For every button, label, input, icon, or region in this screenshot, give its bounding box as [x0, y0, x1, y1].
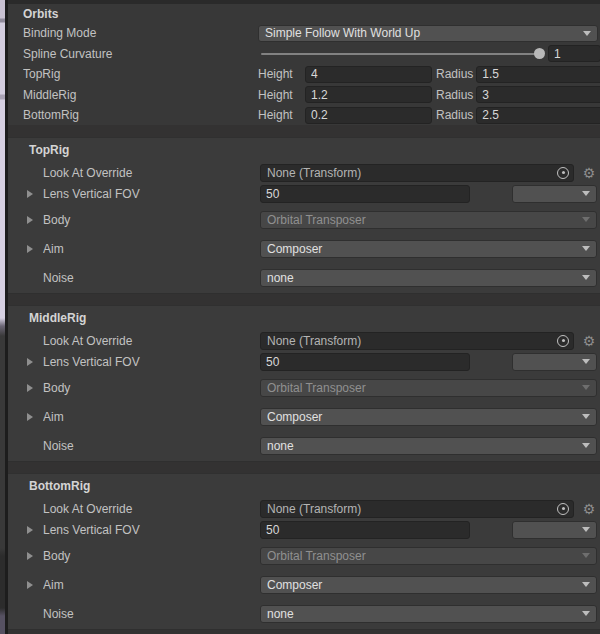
spline-curvature-row: Spline Curvature — [23, 43, 600, 64]
radius-label: Radius — [436, 67, 473, 81]
foldout-triangle-icon[interactable] — [27, 245, 33, 253]
chevron-down-icon — [582, 217, 590, 222]
height-label: Height — [258, 67, 305, 81]
aim-row: Aim Composer — [8, 575, 600, 594]
body-label: Body — [43, 213, 260, 227]
body-label: Body — [43, 549, 260, 563]
aim-label: Aim — [43, 242, 260, 256]
rig-name-label: TopRig — [23, 67, 258, 81]
object-picker-icon[interactable] — [557, 167, 569, 179]
look-at-object-field[interactable]: None (Transform) — [260, 500, 574, 518]
slider-knob[interactable] — [534, 48, 545, 59]
noise-dropdown[interactable]: none — [260, 437, 597, 455]
rig-section-header: BottomRig — [8, 479, 600, 494]
foldout-triangle-icon[interactable] — [27, 581, 33, 589]
chevron-down-icon — [582, 443, 590, 448]
rig-summary-row: MiddleRig Height Radius — [23, 84, 600, 105]
spline-curvature-input[interactable] — [548, 45, 600, 62]
foldout-triangle-icon[interactable] — [27, 384, 33, 392]
radius-input[interactable] — [476, 66, 600, 83]
foldout-triangle-icon[interactable] — [27, 190, 33, 198]
rig-summary-row: TopRig Height Radius — [23, 64, 600, 84]
height-input[interactable] — [305, 66, 432, 83]
chevron-down-icon — [582, 359, 590, 364]
aim-value: Composer — [267, 242, 576, 256]
look-at-override-label: Look At Override — [43, 166, 260, 180]
aim-dropdown[interactable]: Composer — [260, 240, 597, 258]
rig-name-label: BottomRig — [23, 108, 258, 122]
body-value: Orbital Transposer — [267, 549, 576, 563]
radius-label: Radius — [436, 88, 473, 102]
aim-value: Composer — [267, 410, 576, 424]
binding-mode-row: Binding Mode Simple Follow With World Up — [23, 23, 600, 43]
section-gap — [8, 294, 600, 305]
binding-mode-label: Binding Mode — [23, 26, 258, 40]
aim-value: Composer — [267, 578, 576, 592]
foldout-triangle-icon[interactable] — [27, 413, 33, 421]
spline-curvature-label: Spline Curvature — [23, 47, 258, 61]
foldout-triangle-icon[interactable] — [27, 526, 33, 534]
section-gap — [8, 630, 600, 634]
rig-name-label: MiddleRig — [23, 88, 258, 102]
lens-fov-input[interactable] — [260, 185, 470, 203]
lens-fov-label: Lens Vertical FOV — [43, 523, 260, 537]
lens-preset-dropdown[interactable] — [512, 353, 597, 371]
lens-fov-input[interactable] — [260, 521, 470, 539]
presets-gear-icon[interactable]: ⚙ — [581, 164, 597, 182]
lens-preset-dropdown[interactable] — [512, 521, 597, 539]
aim-dropdown[interactable]: Composer — [260, 576, 597, 594]
lens-fov-row: Lens Vertical FOV — [8, 352, 600, 371]
height-label: Height — [258, 88, 305, 102]
background-window-sliver — [0, 0, 8, 634]
chevron-down-icon — [582, 611, 590, 616]
aim-dropdown[interactable]: Composer — [260, 408, 597, 426]
height-input[interactable] — [305, 107, 432, 124]
rig-section-toprig: TopRig Look At Override None (Transform)… — [8, 137, 600, 294]
chevron-down-icon — [582, 246, 590, 251]
aim-label: Aim — [43, 410, 260, 424]
object-picker-icon[interactable] — [557, 503, 569, 515]
unity-inspector-screenshot: Orbits Binding Mode Simple Follow With W… — [0, 0, 600, 634]
noise-value: none — [267, 271, 576, 285]
radius-input[interactable] — [476, 86, 600, 103]
spline-curvature-slider[interactable] — [258, 45, 548, 62]
look-at-override-row: Look At Override None (Transform) ⚙ — [8, 163, 600, 182]
chevron-down-icon — [582, 527, 590, 532]
height-input[interactable] — [305, 86, 432, 103]
lens-fov-row: Lens Vertical FOV — [8, 184, 600, 203]
lens-fov-input[interactable] — [260, 353, 470, 371]
noise-dropdown[interactable]: none — [260, 605, 597, 623]
slider-track — [261, 53, 539, 55]
presets-gear-icon[interactable]: ⚙ — [581, 500, 597, 518]
foldout-triangle-icon[interactable] — [27, 216, 33, 224]
noise-dropdown[interactable]: none — [260, 269, 597, 287]
lens-fov-label: Lens Vertical FOV — [43, 187, 260, 201]
chevron-down-icon — [582, 414, 590, 419]
foldout-triangle-icon[interactable] — [27, 552, 33, 560]
presets-gear-icon[interactable]: ⚙ — [581, 332, 597, 350]
look-at-override-label: Look At Override — [43, 502, 260, 516]
aim-label: Aim — [43, 578, 260, 592]
radius-input[interactable] — [476, 107, 600, 124]
lens-preset-dropdown[interactable] — [512, 185, 597, 203]
inspector-panel: Orbits Binding Mode Simple Follow With W… — [8, 0, 600, 634]
look-at-object-field[interactable]: None (Transform) — [260, 164, 574, 182]
object-field-value: None (Transform) — [267, 502, 361, 516]
object-field-value: None (Transform) — [267, 166, 361, 180]
chevron-down-icon — [583, 31, 591, 36]
body-value: Orbital Transposer — [267, 213, 576, 227]
noise-label: Noise — [43, 439, 260, 453]
look-at-object-field[interactable]: None (Transform) — [260, 332, 574, 350]
body-label: Body — [43, 381, 260, 395]
noise-row: Noise none — [8, 604, 600, 623]
noise-row: Noise none — [8, 268, 600, 287]
noise-value: none — [267, 607, 576, 621]
look-at-override-row: Look At Override None (Transform) ⚙ — [8, 331, 600, 350]
foldout-triangle-icon[interactable] — [27, 358, 33, 366]
binding-mode-dropdown[interactable]: Simple Follow With World Up — [258, 25, 598, 42]
object-picker-icon[interactable] — [557, 335, 569, 347]
orbits-header: Orbits — [23, 7, 258, 21]
orbits-group: Orbits Binding Mode Simple Follow With W… — [8, 4, 600, 125]
chevron-down-icon — [582, 275, 590, 280]
aim-row: Aim Composer — [8, 239, 600, 258]
